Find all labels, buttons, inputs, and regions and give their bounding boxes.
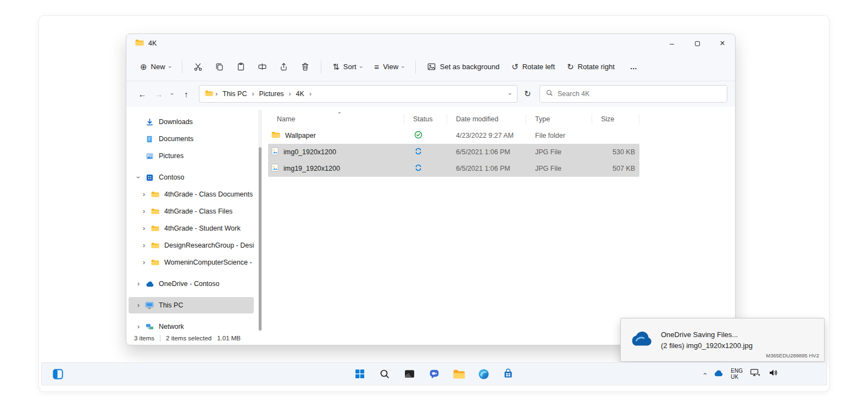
start-button[interactable]	[353, 367, 367, 381]
breadcrumb-this-pc[interactable]: This PC	[220, 89, 249, 99]
onedrive-toast[interactable]: OneDrive Saving Files... (2 files) img0_…	[620, 318, 825, 362]
sidebar-item-documents[interactable]: Documents	[129, 131, 254, 147]
file-name-cell: img0_1920x1200	[268, 147, 404, 157]
file-explorer-icon[interactable]	[452, 367, 466, 381]
more-options-button[interactable]: …	[625, 59, 642, 74]
chevron-right-icon[interactable]: ›	[140, 259, 148, 266]
sidebar-item-label: This PC	[159, 301, 183, 309]
chevron-down-icon[interactable]: ›	[135, 173, 142, 182]
sidebar-item-4thgrade-class-files[interactable]: › 4thGrade - Class Files	[129, 203, 254, 220]
folder-icon	[271, 131, 280, 140]
widgets-icon[interactable]	[51, 367, 65, 381]
scrollbar-thumb[interactable]	[259, 147, 261, 330]
toolbar-divider	[415, 60, 416, 74]
chat-icon[interactable]	[427, 367, 441, 381]
back-button[interactable]: ←	[134, 89, 151, 99]
new-button[interactable]: ⊕ New ›	[135, 59, 176, 74]
file-type: File folder	[526, 132, 592, 139]
search-input[interactable]	[558, 90, 721, 98]
title-bar[interactable]: 4K – ×	[126, 34, 735, 53]
sidebar-item-network[interactable]: › Network	[129, 318, 254, 332]
column-header-status[interactable]: Status	[404, 114, 447, 124]
close-button[interactable]: ×	[710, 34, 735, 53]
refresh-button[interactable]: ↻	[524, 89, 531, 99]
share-button[interactable]	[274, 59, 293, 75]
rotate-left-button[interactable]: ↺ Rotate left	[507, 59, 560, 74]
chevron-right-icon[interactable]: ›	[140, 191, 148, 198]
edge-icon[interactable]	[476, 367, 491, 381]
breadcrumb-separator-icon[interactable]: ›	[309, 90, 312, 98]
chevron-right-icon[interactable]: ›	[134, 301, 143, 309]
toolbar-divider	[321, 60, 321, 74]
column-label: Size	[601, 115, 614, 123]
status-divider	[160, 335, 160, 342]
sidebar-item-onedrive-contoso[interactable]: › OneDrive - Contoso	[129, 276, 254, 292]
delete-button[interactable]	[296, 59, 315, 75]
address-dropdown-chevron-icon[interactable]: ›	[507, 93, 514, 95]
breadcrumb-pictures[interactable]: Pictures	[256, 89, 286, 99]
file-size: 530 KB	[592, 148, 639, 156]
column-header-size[interactable]: Size	[592, 114, 639, 124]
sidebar-item-4thgrade-class-documents[interactable]: › 4thGrade - Class Documents	[129, 186, 254, 203]
chevron-right-icon[interactable]: ›	[134, 280, 143, 288]
scissors-icon	[193, 62, 203, 71]
sidebar-item-designresearchgroup[interactable]: › DesignResearchGroup - Design Re	[129, 237, 254, 254]
onedrive-tray-icon[interactable]	[713, 369, 724, 379]
breadcrumb-separator-icon: ›	[215, 90, 218, 98]
sidebar-item-pictures[interactable]: Pictures	[129, 148, 254, 164]
file-type: JPG File	[526, 165, 592, 172]
search-button[interactable]	[377, 367, 392, 381]
set-as-background-button[interactable]: Set as background	[422, 59, 504, 75]
chevron-down-icon: ›	[358, 66, 365, 68]
rotate-right-button[interactable]: ↻ Rotate right	[562, 59, 620, 74]
recent-locations-chevron-icon[interactable]: ›	[169, 88, 176, 99]
hidden-icons-chevron-icon[interactable]: ›	[701, 373, 709, 375]
sidebar-item-womenincomputerscience[interactable]: › WomeninComputerScience - Man	[129, 254, 254, 271]
pictures-icon	[144, 152, 154, 160]
toast-device-id: M365EDU289895 HV2	[766, 352, 819, 358]
search-box[interactable]	[539, 85, 727, 103]
column-header-type[interactable]: Type	[526, 114, 592, 124]
file-name: img19_1920x1200	[283, 165, 340, 172]
breadcrumb-4k[interactable]: 4K	[293, 89, 307, 99]
volume-icon[interactable]	[768, 368, 778, 380]
chevron-right-icon[interactable]: ›	[140, 208, 148, 215]
copy-button[interactable]	[210, 59, 229, 75]
file-row-img19[interactable]: img19_1920x1200 6/5/2021 1:06 PM JPG Fil…	[268, 160, 639, 177]
minimize-button[interactable]: –	[659, 34, 685, 53]
share-icon	[279, 62, 288, 71]
sidebar-scrollbar[interactable]	[258, 110, 262, 332]
paste-button[interactable]	[231, 59, 251, 75]
language-indicator[interactable]: ENG UK	[731, 368, 743, 380]
window-title: 4K	[148, 40, 157, 47]
forward-button[interactable]: →	[151, 89, 167, 99]
network-tray-icon[interactable]	[750, 368, 761, 380]
maximize-button[interactable]	[685, 34, 710, 53]
chevron-down-icon: ›	[166, 66, 173, 68]
file-row-img0[interactable]: img0_1920x1200 6/5/2021 1:06 PM JPG File…	[268, 144, 639, 160]
rename-button[interactable]	[253, 59, 272, 75]
file-row-wallpaper[interactable]: Wallpaper 4/23/2022 9:27 AM File folder	[268, 127, 639, 144]
view-button[interactable]: ≡ View ›	[369, 59, 409, 74]
column-header-date-modified[interactable]: Date modified	[447, 114, 526, 124]
column-header-name[interactable]: Name ›	[268, 114, 404, 124]
breadcrumb-separator-icon[interactable]: ›	[288, 90, 292, 98]
breadcrumb-separator-icon[interactable]: ›	[251, 90, 254, 98]
task-view-icon[interactable]	[402, 367, 416, 381]
sidebar-item-4thgrade-student-work[interactable]: › 4thGrade - Student Work	[129, 220, 254, 237]
onedrive-icon	[144, 281, 154, 287]
folder-icon	[150, 242, 160, 249]
breadcrumb[interactable]: › This PC › Pictures › 4K › ›	[199, 85, 518, 103]
up-button[interactable]: ↑	[178, 89, 194, 99]
cut-button[interactable]	[188, 59, 208, 75]
sidebar-item-downloads[interactable]: Downloads	[129, 114, 254, 130]
file-name-cell: Wallpaper	[268, 131, 404, 140]
microsoft-store-icon[interactable]	[501, 367, 515, 381]
chevron-right-icon[interactable]: ›	[134, 323, 143, 330]
chevron-right-icon[interactable]: ›	[140, 242, 148, 249]
sidebar-item-this-pc[interactable]: › This PC	[129, 297, 254, 313]
sort-button[interactable]: ⇅ Sort ›	[327, 59, 367, 74]
chevron-right-icon[interactable]: ›	[140, 225, 148, 232]
view-list-icon: ≡	[374, 63, 379, 71]
sidebar-item-contoso[interactable]: › Contoso	[129, 169, 254, 186]
